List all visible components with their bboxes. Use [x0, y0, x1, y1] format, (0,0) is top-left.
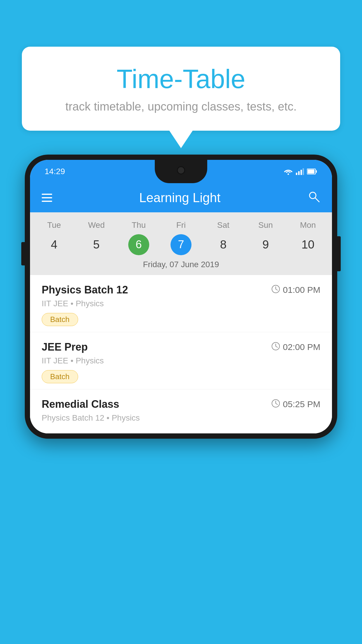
app-title: Learning Light [61, 190, 299, 205]
battery-icon [307, 168, 317, 175]
selected-date-label: Friday, 07 June 2019 [30, 256, 332, 275]
speech-bubble-section: Time-Table track timetable, upcoming cla… [22, 47, 340, 148]
svg-rect-4 [303, 168, 304, 175]
schedule-item-1[interactable]: Physics Batch 12 01:00 PM [30, 275, 332, 332]
signal-icon [296, 168, 304, 175]
status-time: 14:29 [45, 167, 65, 176]
schedule-item-3-header: Remedial Class 05:25 PM [42, 398, 320, 410]
status-bar: 14:29 [30, 160, 332, 183]
svg-line-18 [276, 403, 277, 405]
camera-notch [177, 166, 185, 174]
phone-wrapper: 14:29 [25, 155, 337, 644]
calendar-week: Tue Wed Thu Fri Sat Sun Mon 4 5 6 7 8 9 … [30, 212, 332, 275]
svg-rect-7 [307, 169, 314, 174]
svg-line-12 [276, 289, 277, 290]
schedule-item-2[interactable]: JEE Prep 02:00 PM [30, 332, 332, 389]
day-headers: Tue Wed Thu Fri Sat Sun Mon [30, 218, 332, 232]
schedule-item-3-meta: Physics Batch 12 • Physics [42, 413, 320, 423]
schedule-item-2-meta: IIT JEE • Physics [42, 356, 320, 365]
day-numbers: 4 5 6 7 8 9 10 [30, 233, 332, 256]
day-9[interactable]: 9 [245, 233, 287, 256]
schedule-item-3[interactable]: Remedial Class 05:25 PM [30, 389, 332, 433]
bubble-tail [169, 131, 193, 148]
schedule-list: Physics Batch 12 01:00 PM [30, 275, 332, 433]
day-header-fri: Fri [160, 218, 202, 232]
day-6-today[interactable]: 6 [128, 234, 149, 255]
status-icons [284, 168, 317, 175]
svg-line-9 [315, 198, 319, 202]
clock-icon-3 [271, 399, 280, 410]
phone-screen: 14:29 [30, 160, 332, 433]
svg-point-0 [288, 174, 289, 175]
schedule-item-2-badge: Batch [42, 370, 78, 383]
day-header-thu: Thu [117, 218, 160, 232]
schedule-item-1-badge: Batch [42, 313, 78, 326]
schedule-item-1-header: Physics Batch 12 01:00 PM [42, 284, 320, 296]
search-button[interactable] [307, 190, 320, 206]
schedule-item-1-meta: IIT JEE • Physics [42, 299, 320, 308]
svg-rect-6 [316, 170, 317, 173]
day-header-mon: Mon [287, 218, 329, 232]
schedule-item-2-time: 02:00 PM [271, 342, 320, 353]
day-8[interactable]: 8 [202, 233, 245, 256]
clock-icon-2 [271, 342, 280, 353]
day-header-wed: Wed [75, 218, 117, 232]
svg-rect-3 [301, 170, 302, 175]
schedule-item-3-title: Remedial Class [42, 398, 119, 410]
schedule-item-2-title: JEE Prep [42, 341, 88, 353]
day-7-selected[interactable]: 7 [171, 234, 191, 255]
day-header-sun: Sun [245, 218, 287, 232]
schedule-item-2-header: JEE Prep 02:00 PM [42, 341, 320, 353]
day-4[interactable]: 4 [33, 233, 75, 256]
svg-rect-2 [298, 171, 300, 175]
speech-bubble-card: Time-Table track timetable, upcoming cla… [22, 47, 340, 131]
schedule-item-1-title: Physics Batch 12 [42, 284, 128, 296]
svg-rect-1 [296, 173, 297, 175]
bubble-title: Time-Table [45, 64, 317, 94]
hamburger-menu[interactable] [42, 194, 52, 202]
day-header-sat: Sat [202, 218, 245, 232]
day-10[interactable]: 10 [287, 233, 329, 256]
bubble-subtitle: track timetable, upcoming classes, tests… [45, 100, 317, 113]
phone-outer: 14:29 [25, 155, 337, 439]
svg-line-15 [276, 346, 277, 347]
clock-icon-1 [271, 285, 280, 295]
wifi-icon [284, 168, 293, 175]
schedule-item-1-time: 01:00 PM [271, 285, 320, 295]
day-5[interactable]: 5 [75, 233, 117, 256]
app-header: Learning Light [30, 183, 332, 212]
schedule-item-3-time: 05:25 PM [271, 399, 320, 410]
day-header-tue: Tue [33, 218, 75, 232]
